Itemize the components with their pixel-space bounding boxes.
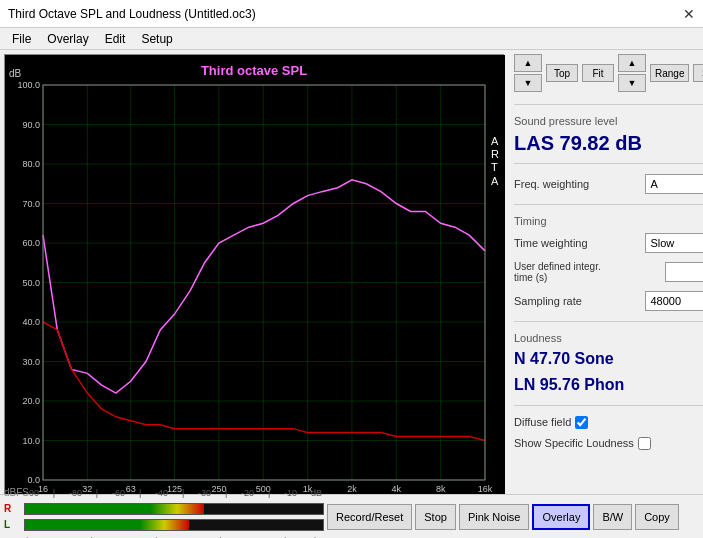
time-weighting-label: Time weighting (514, 237, 588, 249)
sampling-rate-label: Sampling rate (514, 295, 582, 307)
user-integr-input[interactable]: 10 (665, 262, 703, 282)
freq-weighting-row: Freq. weighting A B C Z (514, 174, 703, 194)
bottom-bar: dBFS -90|-80|-60|-40|-30|-20|-10dB R L |… (0, 494, 703, 538)
menu-bar: File Overlay Edit Setup (0, 28, 703, 50)
title-bar: Third Octave SPL and Loudness (Untitled.… (0, 0, 703, 28)
pink-noise-button[interactable]: Pink Noise (459, 504, 530, 530)
chart-area: Third octave SPL ARTA Cursor: 20.0 Hz, 4… (4, 54, 504, 534)
menu-file[interactable]: File (4, 30, 39, 48)
meter-row-r: R (4, 502, 324, 516)
top-down-btn[interactable]: ▼ (514, 74, 542, 92)
user-integr-row: User defined integr. time (s) 10 (514, 261, 703, 283)
sampling-rate-select[interactable]: 48000 44100 96000 (645, 291, 703, 311)
fit-button[interactable]: Fit (582, 64, 614, 82)
meter-ticks-label: dBFS (4, 487, 24, 498)
meter-scale-bottom-row: |-80|-60|-40|-20|dB (4, 534, 324, 539)
meter-bar-r (24, 503, 324, 515)
chart-title: Third octave SPL (201, 63, 307, 78)
meter-bar-l (24, 519, 324, 531)
loudness-section-label: Loudness (514, 332, 703, 344)
spl-section-label: Sound pressure level (514, 115, 703, 127)
close-button[interactable]: ✕ (683, 6, 695, 22)
range-button[interactable]: Range (650, 64, 689, 82)
range-up-btn[interactable]: ▲ (618, 54, 646, 72)
top-up-btn[interactable]: ▲ (514, 54, 542, 72)
menu-setup[interactable]: Setup (133, 30, 180, 48)
show-specific-checkbox[interactable] (638, 437, 651, 450)
diffuse-field-row: Diffuse field (514, 416, 703, 429)
record-reset-button[interactable]: Record/Reset (327, 504, 412, 530)
overlay-button[interactable]: Overlay (532, 504, 590, 530)
chart-arta-label: ARTA (491, 135, 499, 188)
top-button[interactable]: Top (546, 64, 578, 82)
meter-scale-top: -90|-80|-60|-40|-30|-20|-10dB (24, 488, 324, 498)
menu-overlay[interactable]: Overlay (39, 30, 96, 48)
show-specific-row: Show Specific Loudness (514, 437, 703, 450)
nav-buttons: ▲ ▼ Top Fit ▲ ▼ Range Set (514, 54, 703, 92)
diffuse-field-label: Diffuse field (514, 416, 571, 428)
main-area: Third octave SPL ARTA Cursor: 20.0 Hz, 4… (0, 50, 703, 538)
loudness-value-line1: N 47.70 Sone (514, 348, 703, 370)
level-meter: dBFS -90|-80|-60|-40|-30|-20|-10dB R L |… (4, 486, 324, 539)
diffuse-field-checkbox[interactable] (575, 416, 588, 429)
channel-l-label: L (4, 519, 24, 530)
time-weighting-select[interactable]: Slow Fast Impulse User (645, 233, 703, 253)
timing-section-label: Timing (514, 215, 703, 227)
time-weighting-row: Time weighting Slow Fast Impulse User (514, 233, 703, 253)
freq-weighting-select[interactable]: A B C Z (645, 174, 703, 194)
menu-edit[interactable]: Edit (97, 30, 134, 48)
bw-button[interactable]: B/W (593, 504, 632, 530)
channel-r-label: R (4, 503, 24, 514)
range-set-col: ▲ ▼ (618, 54, 646, 92)
sampling-rate-row: Sampling rate 48000 44100 96000 (514, 291, 703, 311)
freq-weighting-label: Freq. weighting (514, 178, 589, 190)
right-panel: ▲ ▼ Top Fit ▲ ▼ Range Set Sound pressure… (508, 50, 703, 538)
chart-canvas (5, 55, 505, 535)
stop-button[interactable]: Stop (415, 504, 456, 530)
copy-button[interactable]: Copy (635, 504, 679, 530)
user-integr-label: User defined integr. time (s) (514, 261, 604, 283)
set-button[interactable]: Set (693, 64, 703, 82)
meter-row-top: dBFS -90|-80|-60|-40|-30|-20|-10dB (4, 486, 324, 500)
loudness-value-line2: LN 95.76 Phon (514, 374, 703, 396)
top-fit-col: ▲ ▼ (514, 54, 542, 92)
window-title: Third Octave SPL and Loudness (Untitled.… (8, 7, 256, 21)
show-specific-label: Show Specific Loudness (514, 437, 634, 449)
range-down-btn[interactable]: ▼ (618, 74, 646, 92)
spl-value: LAS 79.82 dB (514, 131, 703, 155)
meter-row-l: L (4, 518, 324, 532)
